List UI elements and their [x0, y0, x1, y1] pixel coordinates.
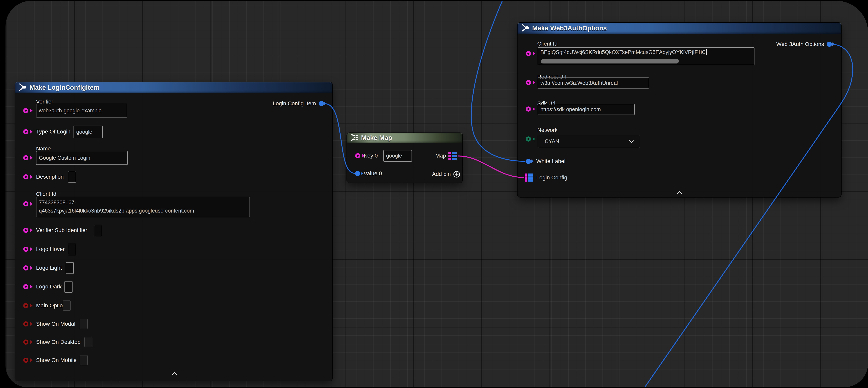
input-pin-logo-hover[interactable] — [23, 247, 28, 252]
blueprint-viewport: Make LoginConfigItem Login Config Item V… — [5, 1, 868, 387]
pin-label-description: Description — [36, 174, 64, 180]
input-pin-sdk-url[interactable] — [526, 107, 531, 112]
graph-canvas[interactable]: Make LoginConfigItem Login Config Item V… — [5, 1, 868, 387]
pin-label-login-config: Login Config — [536, 175, 567, 181]
key0-input[interactable]: google — [383, 150, 412, 162]
input-pin-show-on-desktop[interactable] — [23, 339, 28, 345]
input-pin-network[interactable] — [526, 137, 531, 142]
output-pin-web3auth-options[interactable] — [827, 41, 832, 47]
verifier-sub-identifier-input[interactable] — [94, 225, 102, 236]
output-pin-map[interactable] — [448, 152, 457, 160]
input-pin-white-label[interactable] — [526, 159, 531, 164]
add-pin-icon[interactable] — [453, 171, 460, 179]
output-pin-label: Login Config Item — [273, 100, 316, 107]
node-header[interactable]: Make Map — [347, 133, 462, 143]
pin-label-logo-hover: Logo Hover — [36, 246, 65, 252]
pin-label-key0: Key 0 — [364, 153, 378, 159]
add-pin-label: Add pin — [432, 171, 451, 177]
node-header[interactable]: Make LoginConfigItem — [15, 82, 332, 93]
show-on-mobile-checkbox[interactable] — [80, 355, 88, 365]
node-header[interactable]: Make Web3AuthOptions — [518, 23, 841, 34]
input-pin-logo-light[interactable] — [23, 265, 28, 270]
verifier-input[interactable]: web3auth-google-example — [36, 104, 127, 118]
make-map-icon — [350, 133, 359, 142]
logo-light-input[interactable] — [66, 262, 74, 274]
input-pin-client-id[interactable] — [526, 51, 531, 56]
input-pin-description[interactable] — [23, 174, 28, 179]
node-title: Make Web3AuthOptions — [532, 25, 607, 32]
wire-offscreen-to-whitelabel — [471, 1, 525, 161]
input-pin-verifier-sub-identifier[interactable] — [23, 228, 28, 233]
input-pin-logo-dark[interactable] — [23, 284, 28, 289]
pin-label-logo-dark: Logo Dark — [36, 283, 61, 290]
client-id-scrollbar[interactable] — [541, 59, 679, 63]
input-pin-type-of-login[interactable] — [23, 129, 28, 134]
show-on-desktop-checkbox[interactable] — [84, 337, 92, 347]
network-dropdown[interactable]: CYAN — [538, 135, 640, 148]
name-input[interactable]: Google Custom Login — [36, 151, 128, 165]
input-pin-value0[interactable] — [355, 171, 360, 176]
description-input[interactable] — [68, 171, 76, 183]
pin-label-client-id: Client Id — [36, 191, 56, 197]
input-pin-name[interactable] — [23, 155, 28, 160]
pin-label-show-on-desktop: Show On Desktop — [36, 339, 81, 345]
collapse-node-chevron-icon[interactable] — [677, 191, 682, 195]
client-id-input[interactable]: BEglQSgt4cUWcj6SKRdu5QkOXTsePmMcusG5EAoy… — [538, 47, 754, 65]
chevron-down-icon — [629, 140, 634, 143]
node-make-map[interactable]: Make Map Key 0 google Map Value 0 Add pi… — [347, 133, 462, 183]
pin-label-type-of-login: Type Of Login — [36, 128, 70, 135]
pin-label-client-id: Client Id — [537, 40, 558, 47]
input-pin-redirect-url[interactable] — [526, 80, 531, 85]
make-struct-icon — [521, 24, 530, 33]
input-pin-key0[interactable] — [355, 153, 360, 158]
wire-map-to-loginconfig — [458, 156, 524, 177]
input-pin-main-option[interactable] — [23, 303, 28, 308]
node-title: Make Map — [361, 134, 392, 142]
redirect-url-input[interactable]: w3a://com.w3a.Web3AuthUnreal — [538, 78, 649, 89]
logo-dark-input[interactable] — [64, 281, 72, 293]
make-struct-icon — [18, 83, 27, 92]
show-on-modal-checkbox[interactable] — [80, 319, 88, 329]
collapse-node-chevron-icon[interactable] — [172, 372, 177, 376]
output-pin-label: Web 3Auth Options — [776, 41, 824, 47]
client-id-input[interactable]: 774338308167- q463s7kpvja16l4l0kko3nb925… — [36, 197, 250, 217]
input-pin-client-id[interactable] — [23, 201, 28, 206]
output-pin-label-map: Map — [435, 153, 446, 159]
pin-label-logo-light: Logo Light — [36, 265, 62, 271]
input-pin-verifier[interactable] — [23, 108, 28, 113]
node-make-web3authoptions[interactable]: Make Web3AuthOptions Client Id BEglQSgt4… — [518, 23, 841, 197]
pin-label-show-on-modal: Show On Modal — [36, 321, 75, 327]
text-cursor — [706, 49, 707, 55]
sdk-url-input[interactable]: https://sdk.openlogin.com — [538, 104, 634, 115]
logo-hover-input[interactable] — [68, 244, 76, 255]
node-title: Make LoginConfigItem — [30, 84, 99, 91]
type-of-login-input[interactable]: google — [73, 126, 103, 138]
output-pin-login-config-item[interactable] — [319, 101, 324, 106]
node-make-loginconfigitem[interactable]: Make LoginConfigItem Login Config Item V… — [15, 82, 332, 381]
pin-label-value0: Value 0 — [364, 170, 382, 177]
input-pin-show-on-modal[interactable] — [23, 321, 28, 327]
input-pin-show-on-mobile[interactable] — [23, 358, 28, 363]
pin-label-network: Network — [537, 127, 558, 133]
pin-label-show-on-mobile: Show On Mobile — [36, 357, 76, 363]
pin-label-verifier-sub-identifier: Verifier Sub Identifier — [36, 227, 87, 233]
pin-label-main-option: Main Option — [36, 302, 66, 309]
input-pin-login-config[interactable] — [525, 174, 533, 182]
main-option-checkbox[interactable] — [63, 300, 71, 311]
pin-label-white-label: White Label — [536, 158, 565, 165]
